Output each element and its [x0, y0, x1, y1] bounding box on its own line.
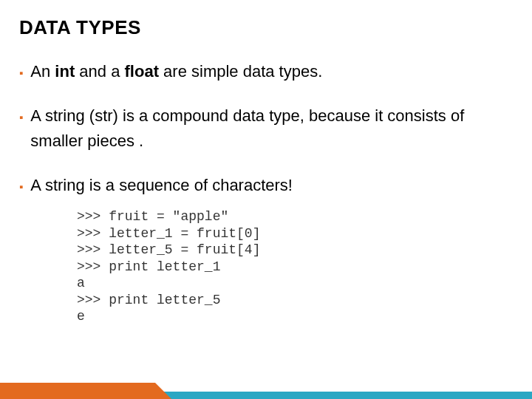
- code-block: >>> fruit = "apple" >>> letter_1 = fruit…: [77, 208, 510, 325]
- slide: DATA TYPES ▪ An int and a float are simp…: [0, 0, 532, 399]
- bullet-marker-icon: ▪: [19, 109, 23, 126]
- bullet-marker-icon: ▪: [19, 178, 23, 195]
- bullet-item: ▪ An int and a float are simple data typ…: [19, 59, 510, 84]
- bullet-marker-icon: ▪: [19, 64, 23, 81]
- footer-accent-orange: [0, 383, 155, 399]
- bullet-text: An int and a float are simple data types…: [30, 59, 510, 84]
- slide-body: ▪ An int and a float are simple data typ…: [19, 59, 510, 325]
- bullet-text: A string (str) is a compound data type, …: [30, 103, 510, 154]
- bullet-item: ▪ A string is a sequence of characters!: [19, 173, 510, 198]
- footer-accent-triangle: [155, 383, 171, 399]
- footer-bar: [0, 383, 532, 399]
- bullet-item: ▪ A string (str) is a compound data type…: [19, 103, 510, 154]
- slide-title: DATA TYPES: [19, 16, 141, 39]
- bullet-text: A string is a sequence of characters!: [30, 173, 510, 198]
